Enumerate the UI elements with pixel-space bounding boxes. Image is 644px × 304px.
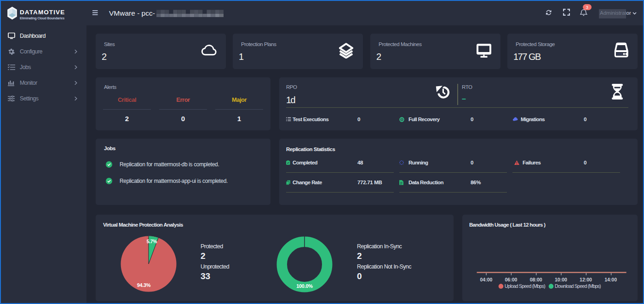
svg-text:100.0%: 100.0% — [296, 283, 313, 289]
svg-text:14:00: 14:00 — [604, 277, 617, 282]
svg-text:Upload Speed (Mbps): Upload Speed (Mbps) — [505, 283, 545, 289]
svg-text:Download Speed (Mbps): Download Speed (Mbps) — [555, 283, 601, 289]
svg-text:5.7%: 5.7% — [147, 239, 158, 244]
svg-text:12:00: 12:00 — [580, 277, 592, 282]
svg-text:10:00: 10:00 — [555, 277, 567, 282]
svg-text:94.3%: 94.3% — [137, 282, 151, 288]
svg-text:04:00: 04:00 — [480, 277, 492, 282]
svg-text:08:00: 08:00 — [530, 277, 542, 282]
svg-text:06:00: 06:00 — [505, 277, 517, 282]
